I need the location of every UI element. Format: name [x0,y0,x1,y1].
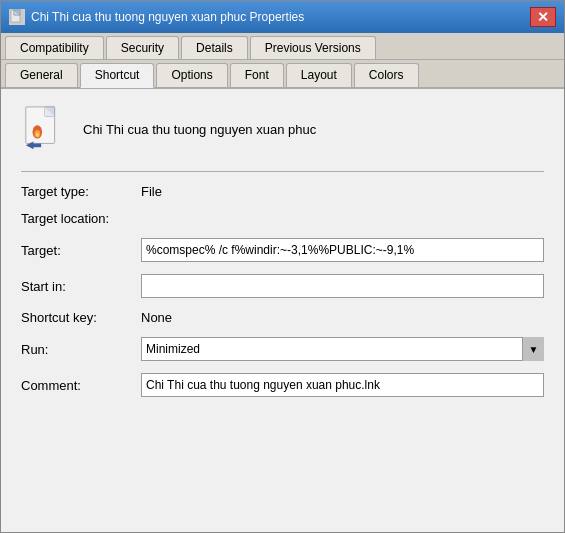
properties-window: Chi Thi cua thu tuong nguyen xuan phuc P… [0,0,565,533]
tab-security[interactable]: Security [106,36,179,59]
tabs-row-2: General Shortcut Options Font Layout Col… [1,60,564,89]
start-in-label: Start in: [21,279,141,294]
target-input[interactable] [141,238,544,262]
tab-font[interactable]: Font [230,63,284,87]
run-select-wrapper: Normal window Minimized Maximized ▼ [141,337,544,361]
content-area: Chi Thi cua thu tuong nguyen xuan phuc T… [1,89,564,532]
tab-layout[interactable]: Layout [286,63,352,87]
tab-general[interactable]: General [5,63,78,87]
tab-shortcut[interactable]: Shortcut [80,63,155,88]
close-button[interactable]: ✕ [530,7,556,27]
target-row: Target: [21,238,544,262]
svg-point-8 [36,133,39,137]
shortcut-key-row: Shortcut key: None [21,310,544,325]
tab-options[interactable]: Options [156,63,227,87]
target-type-label: Target type: [21,184,141,199]
header-section: Chi Thi cua thu tuong nguyen xuan phuc [21,105,544,153]
target-type-row: Target type: File [21,184,544,199]
comment-label: Comment: [21,378,141,393]
shortcut-key-value: None [141,310,172,325]
file-icon [21,105,69,153]
title-bar: Chi Thi cua thu tuong nguyen xuan phuc P… [1,1,564,33]
window-title: Chi Thi cua thu tuong nguyen xuan phuc P… [31,10,304,24]
file-display-name: Chi Thi cua thu tuong nguyen xuan phuc [83,122,316,137]
run-row: Run: Normal window Minimized Maximized ▼ [21,337,544,361]
tab-colors[interactable]: Colors [354,63,419,87]
target-location-label: Target location: [21,211,141,226]
comment-input[interactable] [141,373,544,397]
target-location-row: Target location: [21,211,544,226]
tab-details[interactable]: Details [181,36,248,59]
run-select[interactable]: Normal window Minimized Maximized [141,337,544,361]
tabs-row-1: Compatibility Security Details Previous … [1,33,564,60]
target-label: Target: [21,243,141,258]
target-type-value: File [141,184,162,199]
bottom-section [21,409,544,516]
run-label: Run: [21,342,141,357]
divider-1 [21,171,544,172]
comment-row: Comment: [21,373,544,397]
start-in-input[interactable] [141,274,544,298]
start-in-row: Start in: [21,274,544,298]
window-icon [9,9,25,25]
shortcut-key-label: Shortcut key: [21,310,141,325]
tab-compatibility[interactable]: Compatibility [5,36,104,59]
tab-previous-versions[interactable]: Previous Versions [250,36,376,59]
title-bar-left: Chi Thi cua thu tuong nguyen xuan phuc P… [9,9,304,25]
